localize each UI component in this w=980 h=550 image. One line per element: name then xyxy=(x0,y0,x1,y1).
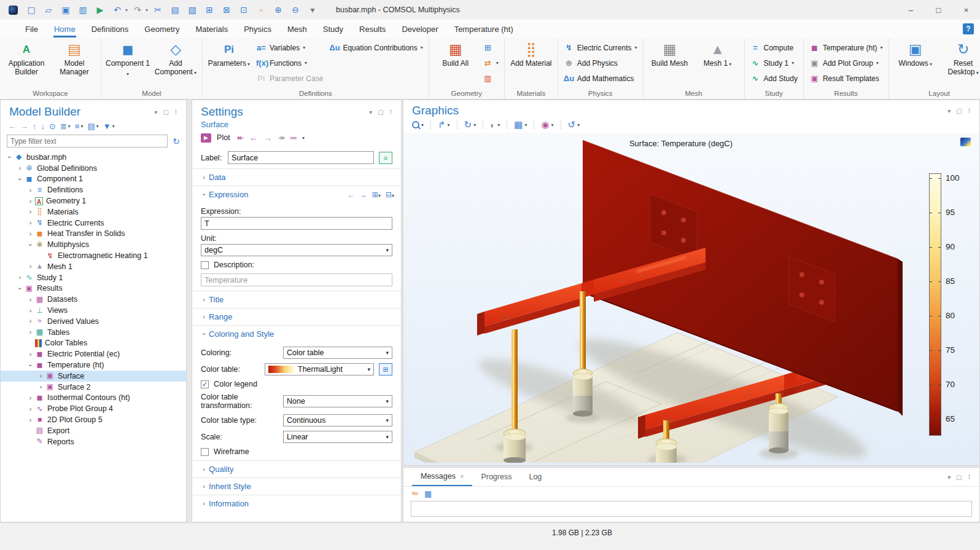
tree-item-multiphysics[interactable]: ›※Multiphysics xyxy=(1,239,186,250)
tab-messages[interactable]: Messages× xyxy=(412,468,472,486)
ribbon-mesh-1-button[interactable]: ▲Mesh 1 ▾ xyxy=(694,39,741,71)
tree-chevron-icon[interactable]: › xyxy=(6,153,14,161)
ribbon-reset-desktop-button[interactable]: ↻Reset Desktop ▾ xyxy=(940,39,980,79)
tree-item-derived-values[interactable]: ›≈Derived Values xyxy=(1,316,186,327)
section-quality[interactable]: › Quality xyxy=(192,460,401,477)
node-properties-icon[interactable]: ≡ xyxy=(379,152,392,164)
section-coloring[interactable]: › Coloring and Style xyxy=(192,325,401,342)
section-range[interactable]: › Range xyxy=(192,308,401,325)
save-find-icon[interactable]: ▥ xyxy=(76,3,90,17)
delete-icon[interactable]: ⊠ xyxy=(219,3,234,17)
menu-physics[interactable]: Physics xyxy=(236,20,279,38)
ribbon-temperature-ht-button[interactable]: ◼Temperature (ht)▾ xyxy=(807,40,885,55)
coloring-select[interactable]: Color table ▾ xyxy=(283,347,392,359)
back-icon[interactable]: ← xyxy=(8,122,16,131)
chevron-down-icon[interactable]: ▾ xyxy=(302,135,305,141)
expression-input[interactable] xyxy=(201,217,392,230)
pin-panel-icon[interactable]: ⊺ xyxy=(968,108,971,114)
tree-chevron-icon[interactable]: › xyxy=(26,328,34,336)
panel-menu-icon[interactable]: ▾ xyxy=(369,109,372,116)
snapshot-icon[interactable] xyxy=(960,138,971,146)
app-icon[interactable] xyxy=(9,6,18,15)
tree-filter-input[interactable] xyxy=(7,135,168,147)
find-icon[interactable]: ⊕ xyxy=(271,3,286,17)
pin-panel-icon[interactable]: ⊺ xyxy=(174,109,177,116)
minimize-button[interactable]: – xyxy=(897,0,925,20)
ribbon-insert-sequence-button[interactable]: ⊞ xyxy=(480,40,501,55)
tree-chevron-icon[interactable]: › xyxy=(37,383,45,391)
tree-item-probe-plot-group-4[interactable]: ›∿Probe Plot Group 4 xyxy=(1,403,186,414)
panel-menu-icon[interactable]: ▾ xyxy=(947,108,951,114)
color-table-type-select[interactable]: Continuous ▾ xyxy=(283,414,392,426)
go-first-icon[interactable]: ↞ xyxy=(237,133,244,143)
tree-chevron-icon[interactable]: › xyxy=(26,296,34,304)
ribbon-add-mathematics-button[interactable]: ΔuAdd Mathematics xyxy=(561,71,640,86)
go-to-view-button[interactable]: ↱▾ xyxy=(438,119,450,130)
close-tab-icon[interactable]: × xyxy=(460,473,464,480)
description-checkbox[interactable] xyxy=(201,261,209,269)
tree-item-reports[interactable]: ✎Reports xyxy=(1,436,186,447)
tree-item-temperature-ht[interactable]: ›◼Temperature (ht) xyxy=(1,359,186,371)
tree-item-results[interactable]: ›▣Results xyxy=(1,283,186,294)
tree-item-mesh-1[interactable]: ›▲Mesh 1 xyxy=(1,261,186,272)
tree-item-definitions[interactable]: ›≡Definitions xyxy=(1,184,186,195)
tree-item-2d-plot-group-5[interactable]: ›■2D Plot Group 5 xyxy=(1,414,186,425)
color-legend-checkbox[interactable]: ✓ xyxy=(201,380,209,388)
ribbon-application-builder-button[interactable]: AApplication Builder xyxy=(3,39,50,78)
messages-output[interactable] xyxy=(411,501,972,517)
pin-panel-icon[interactable]: ⊺ xyxy=(389,109,392,116)
section-title[interactable]: › Title xyxy=(192,291,401,308)
float-panel-icon[interactable]: ▢ xyxy=(378,109,383,116)
ribbon-parameter-case-button[interactable]: PiParameter Case xyxy=(254,71,325,86)
tree-item-heat-transfer-in-solids[interactable]: ›◼Heat Transfer in Solids xyxy=(1,229,186,240)
maximize-button[interactable]: □ xyxy=(925,0,952,20)
next-expression-icon[interactable]: → xyxy=(360,191,367,199)
transformation-select[interactable]: None ▾ xyxy=(283,395,392,407)
ribbon-virtual-operations-button[interactable]: ▥ xyxy=(480,71,501,86)
select-frame-icon[interactable]: ⊡ xyxy=(236,3,251,17)
section-expression[interactable]: › Expression ← → ⊞▾ ⊟▾ xyxy=(192,186,401,203)
tree-item-surface[interactable]: ›▣Surface xyxy=(1,371,186,382)
tree-chevron-icon[interactable]: › xyxy=(16,164,24,172)
open-color-table-icon[interactable]: ⊞ xyxy=(379,363,392,375)
ribbon-study-1-button[interactable]: ∿Study 1▾ xyxy=(748,55,800,71)
help-button[interactable]: ? xyxy=(963,23,974,34)
section-data[interactable]: › Data xyxy=(192,168,401,186)
replace-expression-icon[interactable]: ⊟▾ xyxy=(386,191,394,199)
section-information[interactable]: › Information xyxy=(192,495,401,512)
collapse-all-icon[interactable]: ≡▾ xyxy=(75,122,84,131)
zoom-button[interactable]: ▾ xyxy=(412,121,424,128)
save-icon[interactable]: ▣ xyxy=(58,3,73,17)
tree-chevron-icon[interactable]: › xyxy=(26,307,34,315)
insert-expression-icon[interactable]: ⊞▾ xyxy=(372,191,381,199)
panel-menu-icon[interactable]: ▾ xyxy=(154,109,157,116)
tree-chevron-icon[interactable]: › xyxy=(26,416,34,424)
go-next-icon[interactable]: → xyxy=(263,133,272,143)
new-file-icon[interactable]: ▢ xyxy=(24,3,39,17)
tree-item-component-1[interactable]: ›◼Component 1 xyxy=(1,174,186,185)
menu-geometry[interactable]: Geometry xyxy=(136,20,187,38)
tree-chevron-icon[interactable]: › xyxy=(26,350,34,358)
ribbon-model-manager-button[interactable]: ▤Model Manager xyxy=(51,39,98,78)
section-inherit-style[interactable]: › Inherit Style xyxy=(192,477,401,495)
ribbon-add-component-button[interactable]: ◇Add Component ▾ xyxy=(152,39,199,79)
move-down-icon[interactable]: ↓ xyxy=(41,122,45,131)
tree-chevron-icon[interactable]: › xyxy=(16,285,24,293)
ribbon-electric-currents-button[interactable]: ↯Electric Currents▾ xyxy=(561,40,640,55)
ribbon-parameters-button[interactable]: PiParameters ▾ xyxy=(206,39,252,71)
ribbon-add-physics-button[interactable]: ⊕Add Physics xyxy=(561,55,640,71)
pin-panel-icon[interactable]: ⊺ xyxy=(968,474,971,481)
float-panel-icon[interactable]: ▢ xyxy=(956,108,962,114)
run-icon[interactable]: ▶ xyxy=(93,3,107,17)
ribbon-update-geometry-button[interactable]: ⇄▾ xyxy=(480,55,501,71)
menu-home[interactable]: Home xyxy=(46,20,84,38)
ribbon-functions-button[interactable]: f(x)Functions▾ xyxy=(254,55,325,71)
clear-messages-icon[interactable]: ✎ xyxy=(410,488,421,500)
close-button[interactable]: × xyxy=(952,0,980,20)
ribbon-add-plot-group-button[interactable]: ▣Add Plot Group▾ xyxy=(807,55,885,71)
menu-developer[interactable]: Developer xyxy=(394,20,446,38)
rotate-button[interactable]: ↻▾ xyxy=(464,119,476,130)
ribbon-add-material-button[interactable]: ⣿Add Material xyxy=(508,39,554,69)
ribbon-variables-button[interactable]: a=Variables▾ xyxy=(254,40,325,55)
float-panel-icon[interactable]: ▢ xyxy=(956,474,962,481)
